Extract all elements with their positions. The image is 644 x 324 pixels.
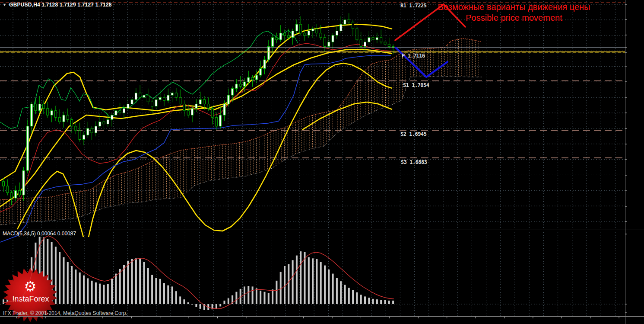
pivot-label-P: P 1.7116 [402,53,425,59]
analyst-annotation: Возможные варианты движения цены Possibl… [428,2,600,23]
annotation-line-ru: Возможные варианты движения цены [428,2,600,13]
macd-indicator-label: MACD(5,34,5) 0.00064 0.00087 [3,231,76,237]
pivot-label-S2: S2 1.6945 [400,131,427,137]
mt4-chart-window: ⚙ InstaForex ▼GBPUSD,H4 1.7128 1.7129 1.… [0,0,644,324]
chevron-down-icon[interactable]: ▼ [3,3,6,7]
annotation-line-en: Possible price movement [428,13,600,23]
macd-histogram [3,237,394,310]
pivot-label-S1: S1 1.7054 [403,82,429,88]
pivot-label-R1: R1 1.7225 [400,3,427,9]
current-price-lines [0,48,625,52]
logo-gear-icon: ⚙ [24,279,37,294]
symbol-ohlc-text: GBPUSD,H4 1.7128 1.7129 1.7127 1.7128 [9,2,112,8]
chart-canvas[interactable]: ⚙ InstaForex [0,0,644,324]
macd-signal-line [3,236,394,309]
panel-frame [0,0,644,324]
pivot-label-S3: S3 1.6883 [401,159,427,165]
time-axis[interactable]: 11 Jun 201412 Jun 20:0016 Jun 04:0017 Ju… [0,317,644,324]
platform-copyright: IFX Trader, © 2001-2014, MetaQuotes Soft… [3,310,127,316]
symbol-ohlc-header: ▼GBPUSD,H4 1.7128 1.7129 1.7127 1.7128 [3,2,112,8]
price-axis[interactable]: 1.72251.71901.71551.71281.71201.70851.70… [625,0,644,317]
